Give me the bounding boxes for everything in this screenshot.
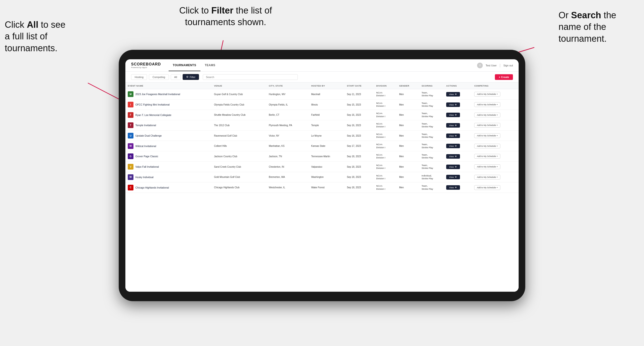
col-division: DIVISION xyxy=(374,83,397,89)
main-nav: TOURNAMENTS TEAMS xyxy=(168,60,477,71)
view-button-6[interactable]: View 👁 xyxy=(446,154,460,159)
view-button-8[interactable]: View 👁 xyxy=(446,175,460,179)
cell-venue-7: Sand Creek Country Club xyxy=(212,162,266,172)
cell-division-6: NCAADivision I xyxy=(374,151,397,162)
cell-action-8: View 👁 xyxy=(444,172,472,182)
table-row: F Ryan T. Lee Memorial Collegiate Shuttl… xyxy=(126,110,518,120)
cell-competing-9: Add to My Schedule + xyxy=(472,182,518,193)
hosting-tab[interactable]: Hosting xyxy=(131,74,147,80)
team-logo-4: U xyxy=(128,133,134,139)
view-button-1[interactable]: View 👁 xyxy=(446,102,460,107)
event-name-7: Valpo Fall Invitational xyxy=(135,165,159,168)
cell-city-6: Jackson, TN xyxy=(266,151,309,162)
cell-hosted-7: Valparaiso xyxy=(309,162,344,172)
table-row: W Husky Individual Gold Mountain Golf Cl… xyxy=(126,172,518,182)
team-logo-6: G xyxy=(128,154,134,159)
event-name-8: Husky Individual xyxy=(135,176,154,178)
team-logo-0: M xyxy=(128,91,134,97)
create-button[interactable]: + Create xyxy=(495,74,513,80)
eye-icon-5: 👁 xyxy=(455,145,457,147)
view-button-0[interactable]: View 👁 xyxy=(446,92,460,97)
cell-date-6: Sep 18, 2023 xyxy=(344,151,374,162)
col-venue: VENUE xyxy=(212,83,266,89)
search-input[interactable] xyxy=(203,74,298,80)
add-schedule-button-0[interactable]: Add to My Schedule + xyxy=(474,92,500,97)
cell-city-1: Olympia Fields, IL xyxy=(266,99,309,110)
signout-link[interactable]: Sign out xyxy=(504,64,513,67)
table-row: U Upstate Dual Challenge Ravenwood Golf … xyxy=(126,130,518,141)
cell-competing-2: Add to My Schedule + xyxy=(472,110,518,120)
event-name-6: Grover Page Classic xyxy=(135,155,158,158)
view-button-2[interactable]: View 👁 xyxy=(446,113,460,117)
cell-venue-1: Olympia Fields Country Club xyxy=(212,99,266,110)
cell-gender-8: Men xyxy=(397,172,419,182)
toolbar: Hosting Competing All ⚙ Filter + Create xyxy=(126,72,518,83)
add-schedule-button-7[interactable]: Add to My Schedule + xyxy=(474,164,500,169)
cell-city-0: Huntington, WV xyxy=(266,89,309,100)
cell-event-2: F Ryan T. Lee Memorial Collegiate xyxy=(126,110,212,120)
cell-city-2: Berlin, CT xyxy=(266,110,309,120)
cell-hosted-9: Wake Forest xyxy=(309,182,344,193)
add-schedule-button-6[interactable]: Add to My Schedule + xyxy=(474,154,500,159)
header-username: Test User xyxy=(486,64,496,67)
cell-hosted-3: Temple xyxy=(309,120,344,131)
tablet-frame: SCOREBOARD Powered by clipp'd TOURNAMENT… xyxy=(119,50,525,301)
cell-date-5: Sep 17, 2023 xyxy=(344,141,374,151)
cell-date-0: Sep 11, 2023 xyxy=(344,89,374,100)
add-schedule-button-5[interactable]: Add to My Schedule + xyxy=(474,144,500,149)
add-schedule-button-2[interactable]: Add to My Schedule + xyxy=(474,113,500,117)
cell-division-0: NCAADivision I xyxy=(374,89,397,100)
cell-action-9: View 👁 xyxy=(444,182,472,193)
cell-date-1: Sep 15, 2023 xyxy=(344,99,374,110)
cell-city-3: Plymouth Meeting, PA xyxy=(266,120,309,131)
cell-action-1: View 👁 xyxy=(444,99,472,110)
cell-event-6: G Grover Page Classic xyxy=(126,151,212,162)
nav-teams[interactable]: TEAMS xyxy=(200,60,220,71)
view-button-4[interactable]: View 👁 xyxy=(446,134,460,138)
col-scoring: SCORING xyxy=(419,83,444,89)
add-schedule-button-8[interactable]: Add to My Schedule + xyxy=(474,175,500,179)
view-button-7[interactable]: View 👁 xyxy=(446,165,460,169)
all-tab[interactable]: All xyxy=(171,74,181,80)
cell-venue-4: Ravenwood Golf Club xyxy=(212,130,266,141)
cell-venue-6: Jackson Country Club xyxy=(212,151,266,162)
table-row: T Temple Invitational The 1912 Club Plym… xyxy=(126,120,518,131)
cell-venue-0: Guyan Golf & Country Club xyxy=(212,89,266,100)
cell-venue-9: Chicago Highlands Club xyxy=(212,182,266,193)
cell-event-1: I OFCC Fighting Illini Invitational xyxy=(126,99,212,110)
cell-action-0: View 👁 xyxy=(444,89,472,100)
view-button-5[interactable]: View 👁 xyxy=(446,144,460,148)
team-logo-7: V xyxy=(128,164,134,170)
cell-action-3: View 👁 xyxy=(444,120,472,131)
cell-scoring-0: Team,Stroke Play xyxy=(419,89,444,100)
cell-event-0: M 2023 Joe Feaganes Marshall Invitationa… xyxy=(126,89,212,100)
competing-tab[interactable]: Competing xyxy=(149,74,168,80)
nav-tournaments[interactable]: TOURNAMENTS xyxy=(168,60,201,71)
cell-division-2: NCAADivision I xyxy=(374,110,397,120)
cell-hosted-0: Marshall xyxy=(309,89,344,100)
add-schedule-button-9[interactable]: Add to My Schedule + xyxy=(474,185,500,190)
add-schedule-button-4[interactable]: Add to My Schedule + xyxy=(474,133,500,138)
col-city-state: CITY, STATE xyxy=(266,83,309,89)
add-schedule-button-3[interactable]: Add to My Schedule + xyxy=(474,123,500,128)
cell-gender-2: Men xyxy=(397,110,419,120)
cell-gender-6: Men xyxy=(397,151,419,162)
cell-gender-7: Men xyxy=(397,162,419,172)
table-row: G Grover Page Classic Jackson Country Cl… xyxy=(126,151,518,162)
cell-date-7: Sep 18, 2023 xyxy=(344,162,374,172)
table-row: V Valpo Fall Invitational Sand Creek Cou… xyxy=(126,162,518,172)
team-logo-3: T xyxy=(128,122,134,128)
filter-button[interactable]: ⚙ Filter xyxy=(182,74,199,80)
view-button-9[interactable]: View 👁 xyxy=(446,185,460,190)
table-row: I OFCC Fighting Illini Invitational Olym… xyxy=(126,99,518,110)
app-logo-sub: Powered by clipp'd xyxy=(131,66,161,69)
cell-venue-8: Gold Mountain Golf Club xyxy=(212,172,266,182)
cell-action-6: View 👁 xyxy=(444,151,472,162)
view-button-3[interactable]: View 👁 xyxy=(446,123,460,128)
cell-scoring-8: Individual,Stroke Play xyxy=(419,172,444,182)
add-schedule-button-1[interactable]: Add to My Schedule + xyxy=(474,102,500,107)
event-name-9: Chicago Highlands Invitational xyxy=(135,186,169,189)
cell-action-4: View 👁 xyxy=(444,130,472,141)
eye-icon-8: 👁 xyxy=(455,176,457,178)
cell-hosted-1: Illinois xyxy=(309,99,344,110)
